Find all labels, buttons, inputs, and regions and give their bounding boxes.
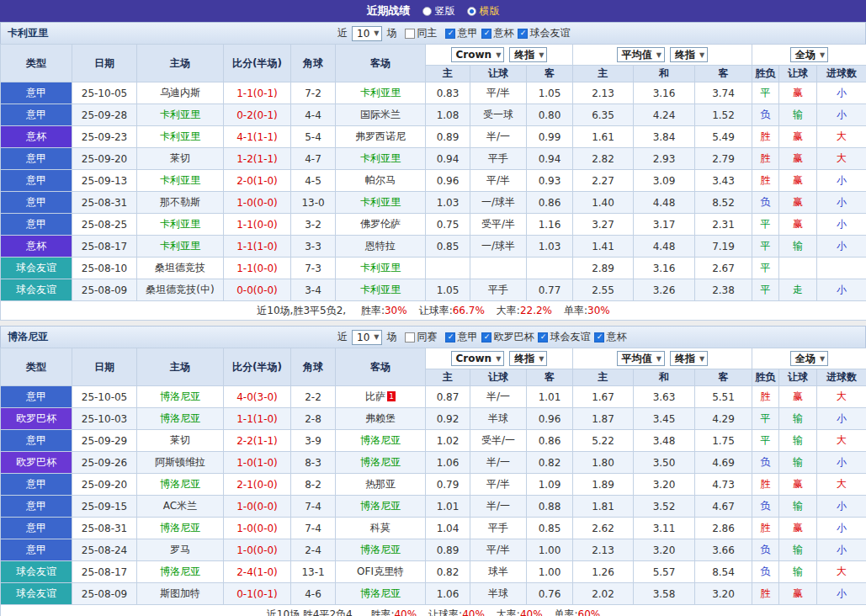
away-team[interactable]: 博洛尼亚	[336, 496, 426, 518]
euro-draw-odds: 3.16	[634, 258, 695, 279]
bookmaker-select[interactable]: Crown▼	[451, 351, 505, 366]
layout-radio-vertical[interactable]: 竖版	[422, 4, 455, 19]
league-filter-checkbox[interactable]: ✓意甲	[445, 330, 477, 344]
asian-away-odds: 0.86	[527, 430, 573, 452]
home-team[interactable]: 卡利亚里	[137, 104, 224, 126]
home-team[interactable]: 桑坦德竞技(中)	[137, 279, 224, 301]
away-team[interactable]: 比萨1	[336, 386, 426, 408]
away-team[interactable]: 帕尔马	[336, 170, 426, 192]
euro-odds-stage-select[interactable]: 终指▼	[670, 351, 708, 366]
away-team[interactable]: 博洛尼亚	[336, 539, 426, 561]
goals-result: 小	[817, 214, 866, 236]
games-label: 场	[386, 26, 396, 40]
home-team[interactable]: 乌迪内斯	[137, 82, 224, 104]
col-asian-line: 让球	[470, 66, 527, 82]
away-team[interactable]: 卡利亚里	[336, 279, 426, 301]
bookmaker-select[interactable]: Crown▼	[451, 47, 505, 62]
league-filter-checkbox[interactable]: ✓意杯	[481, 26, 513, 40]
home-team[interactable]: 桑坦德竞技	[137, 258, 224, 279]
league-filter-checkbox[interactable]: ✓意甲	[445, 26, 477, 40]
home-team[interactable]: 博洛尼亚	[137, 561, 224, 583]
home-team[interactable]: AC米兰	[137, 496, 224, 518]
away-team[interactable]: 卡利亚里	[336, 148, 426, 170]
corners-cell: 7-4	[291, 518, 336, 539]
same-venue-checkbox[interactable]: 同赛	[405, 330, 437, 344]
col-result: 胜负	[752, 66, 779, 82]
handicap-result: 输	[779, 236, 817, 258]
home-team[interactable]: 那不勒斯	[137, 192, 224, 214]
league-filter-checkbox[interactable]: ✓球会友谊	[518, 26, 570, 40]
home-team[interactable]: 博洛尼亚	[137, 518, 224, 539]
asian-odds-stage-select[interactable]: 终指▼	[509, 351, 547, 366]
league-filter-checkbox[interactable]: ✓意杯	[594, 330, 626, 344]
home-team[interactable]: 卡利亚里	[137, 170, 224, 192]
home-team[interactable]: 斯图加特	[137, 583, 224, 605]
scope-select[interactable]: 全场▼	[790, 351, 828, 366]
summary-prefix: 近10场,胜4平2负4,	[267, 608, 356, 616]
home-team[interactable]: 博洛尼亚	[137, 386, 224, 408]
home-team[interactable]: 卡利亚里	[137, 236, 224, 258]
home-team[interactable]: 博洛尼亚	[137, 474, 224, 496]
home-team[interactable]: 莱切	[137, 430, 224, 452]
match-row: 意甲25-09-13卡利亚里2-0(1-0)4-5帕尔马0.96平/半0.932…	[1, 170, 866, 192]
asian-away-odds: 0.77	[527, 279, 573, 301]
match-date: 25-09-20	[72, 474, 137, 496]
layout-radio-horizontal[interactable]: 横版	[467, 4, 500, 19]
euro-odds-source-select[interactable]: 平均值▼	[617, 351, 665, 366]
away-team[interactable]: 博洛尼亚	[336, 452, 426, 474]
euro-away-odds: 2.38	[695, 279, 752, 301]
asian-handicap-line: 受平/半	[470, 214, 527, 236]
match-count-select[interactable]: 10▼	[352, 26, 382, 41]
away-team[interactable]: 博洛尼亚	[336, 430, 426, 452]
corners-cell: 2-4	[291, 539, 336, 561]
col-result: 胜负	[752, 369, 779, 386]
away-team[interactable]: 国际米兰	[336, 104, 426, 126]
away-team[interactable]: 弗罗西诺尼	[336, 126, 426, 148]
away-team[interactable]: 卡利亚里	[336, 192, 426, 214]
asian-handicap-line: 一/球半	[470, 192, 527, 214]
league-filter-checkbox[interactable]: ✓球会友谊	[538, 330, 590, 344]
away-team[interactable]: 博洛尼亚	[336, 583, 426, 605]
asian-away-odds: 0.88	[527, 496, 573, 518]
match-row: 意甲25-09-15AC米兰1-0(0-0)7-4博洛尼亚1.01半/一0.88…	[1, 496, 866, 518]
away-team[interactable]: 恩特拉	[336, 236, 426, 258]
home-team[interactable]: 卡利亚里	[137, 214, 224, 236]
corners-cell: 8-3	[291, 452, 336, 474]
euro-away-odds: 7.19	[695, 236, 752, 258]
near-label: 近	[337, 26, 348, 40]
euro-home-odds: 1.40	[573, 192, 634, 214]
away-team[interactable]: 弗赖堡	[336, 408, 426, 430]
euro-odds-source-select[interactable]: 平均值▼	[617, 47, 665, 62]
away-team[interactable]: 热那亚	[336, 474, 426, 496]
score-cell: 1-0(0-0)	[224, 496, 291, 518]
chevron-down-icon: ▼	[539, 51, 544, 59]
home-team[interactable]: 卡利亚里	[137, 126, 224, 148]
away-team[interactable]: OFI克里特	[336, 561, 426, 583]
away-team[interactable]: 卡利亚里	[336, 258, 426, 279]
scope-select[interactable]: 全场▼	[790, 47, 828, 62]
checkbox-checked-icon: ✓	[481, 332, 491, 343]
asian-handicap-line: 半/一	[470, 496, 527, 518]
score-cell: 2-4(1-0)	[224, 561, 291, 583]
checkbox-unchecked-icon	[405, 29, 415, 39]
euro-odds-stage-select[interactable]: 终指▼	[670, 47, 708, 62]
asian-away-odds: 0.80	[527, 104, 573, 126]
goals-result: 小	[817, 279, 866, 301]
away-team[interactable]: 科莫	[336, 518, 426, 539]
home-team[interactable]: 博洛尼亚	[137, 408, 224, 430]
near-label: 近	[337, 330, 348, 344]
euro-home-odds: 5.22	[573, 430, 634, 452]
match-date: 25-08-24	[72, 539, 137, 561]
euro-home-odds: 2.13	[573, 82, 634, 104]
home-team[interactable]: 阿斯顿维拉	[137, 452, 224, 474]
chevron-down-icon: ▼	[699, 355, 704, 363]
col-asian-home: 主	[426, 66, 470, 82]
asian-odds-stage-select[interactable]: 终指▼	[509, 47, 547, 62]
away-team[interactable]: 卡利亚里	[336, 82, 426, 104]
home-team[interactable]: 罗马	[137, 539, 224, 561]
match-count-select[interactable]: 10▼	[352, 330, 382, 345]
league-filter-checkbox[interactable]: ✓欧罗巴杯	[481, 330, 534, 344]
home-team[interactable]: 莱切	[137, 148, 224, 170]
same-venue-checkbox[interactable]: 同主	[405, 26, 437, 40]
away-team[interactable]: 佛罗伦萨	[336, 214, 426, 236]
